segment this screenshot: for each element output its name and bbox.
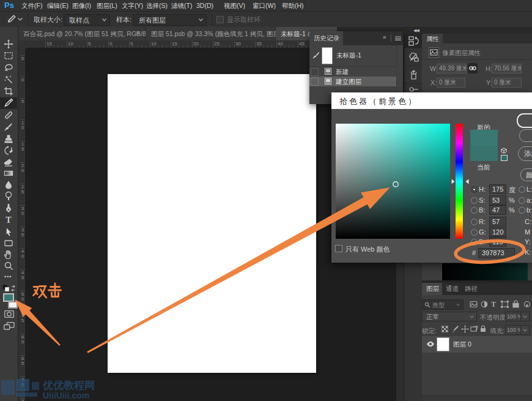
svg-text:UiiiUiii.com: UiiiUiii.com	[43, 391, 89, 400]
svg-text:T: T	[6, 215, 12, 225]
svg-text:优优教程网: 优优教程网	[42, 380, 95, 391]
